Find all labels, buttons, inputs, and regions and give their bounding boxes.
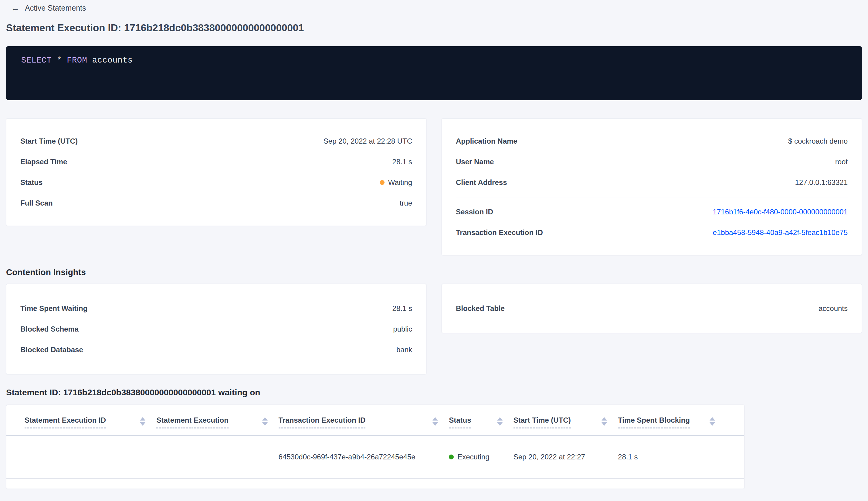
status-label: Status bbox=[20, 178, 43, 187]
transaction-execution-id-row: Transaction Execution ID e1bba458-5948-4… bbox=[456, 222, 848, 243]
elapsed-time-value: 28.1 s bbox=[392, 158, 412, 166]
application-name-label: Application Name bbox=[456, 137, 518, 146]
sort-down-icon bbox=[497, 422, 502, 426]
table-row: 64530d0c-969f-437e-a9b4-26a72245e45e Exe… bbox=[7, 436, 744, 478]
statement-execution-details-page: ← Active Statements Statement Execution … bbox=[0, 0, 868, 489]
elapsed-time-label: Elapsed Time bbox=[20, 158, 67, 166]
blocked-table-card: Blocked Table accounts bbox=[442, 284, 862, 333]
start-time-value: Sep 20, 2022 at 22:28 UTC bbox=[324, 137, 412, 146]
cell-start-time: Sep 20, 2022 at 22:27 bbox=[513, 453, 618, 461]
full-scan-row: Full Scan true bbox=[20, 193, 412, 213]
execution-overview-card: Start Time (UTC) Sep 20, 2022 at 22:28 U… bbox=[6, 118, 426, 226]
sql-keyword-select: SELECT bbox=[21, 56, 52, 65]
sort-up-icon bbox=[709, 417, 715, 420]
time-spent-waiting-value: 28.1 s bbox=[392, 304, 412, 313]
table-row-divider bbox=[7, 478, 744, 479]
sort-icon bbox=[497, 417, 502, 426]
sort-down-icon bbox=[709, 422, 715, 426]
client-address-value: 127.0.0.1:63321 bbox=[795, 178, 848, 187]
transaction-execution-id-link[interactable]: e1bba458-5948-40a9-a42f-5feac1b10e75 bbox=[713, 228, 848, 237]
status-value: Waiting bbox=[380, 178, 412, 187]
blocked-table-value: accounts bbox=[818, 304, 848, 313]
sort-icon bbox=[709, 417, 715, 426]
blocked-schema-row: Blocked Schema public bbox=[20, 319, 412, 340]
blocked-schema-value: public bbox=[393, 325, 412, 333]
sql-table-name: accounts bbox=[92, 56, 133, 65]
blocked-database-value: bank bbox=[397, 345, 412, 354]
sort-icon bbox=[433, 417, 438, 426]
status-waiting-dot-icon bbox=[380, 180, 384, 185]
table-header-row: Statement Execution ID Statement Executi… bbox=[7, 405, 744, 428]
user-name-label: User Name bbox=[456, 158, 494, 166]
transaction-execution-id-label: Transaction Execution ID bbox=[456, 228, 543, 237]
page-title: Statement Execution ID: 1716b218dc0b3838… bbox=[6, 22, 862, 34]
contention-cards-row: Time Spent Waiting 28.1 s Blocked Schema… bbox=[6, 284, 862, 374]
back-to-active-statements-link[interactable]: ← Active Statements bbox=[11, 4, 86, 12]
user-name-value: root bbox=[835, 158, 848, 166]
status-row: Status Waiting bbox=[20, 172, 412, 193]
contention-details-card: Time Spent Waiting 28.1 s Blocked Schema… bbox=[6, 284, 426, 374]
card-divider bbox=[456, 197, 848, 198]
sort-icon bbox=[601, 417, 607, 426]
cell-time-spent-blocking: 28.1 s bbox=[618, 453, 726, 461]
elapsed-time-row: Elapsed Time 28.1 s bbox=[20, 151, 412, 172]
client-address-row: Client Address 127.0.0.1:63321 bbox=[456, 172, 848, 193]
time-spent-waiting-label: Time Spent Waiting bbox=[20, 304, 87, 313]
sort-icon bbox=[140, 417, 145, 426]
sql-statement-box: SELECT * FROM accounts bbox=[6, 46, 862, 100]
waiting-on-heading: Statement ID: 1716b218dc0b38380000000000… bbox=[6, 388, 862, 397]
application-name-row: Application Name $ cockroach demo bbox=[456, 131, 848, 151]
sort-icon bbox=[262, 417, 268, 426]
sort-up-icon bbox=[433, 417, 438, 420]
user-name-row: User Name root bbox=[456, 151, 848, 172]
sort-up-icon bbox=[497, 417, 502, 420]
start-time-label: Start Time (UTC) bbox=[20, 137, 78, 146]
sort-down-icon bbox=[601, 422, 607, 426]
sort-up-icon bbox=[262, 417, 268, 420]
summary-cards-row: Start Time (UTC) Sep 20, 2022 at 22:28 U… bbox=[6, 118, 862, 255]
blocked-table-label: Blocked Table bbox=[456, 304, 505, 313]
session-info-card: Application Name $ cockroach demo User N… bbox=[442, 118, 862, 255]
cell-status: Executing bbox=[449, 453, 513, 461]
start-time-row: Start Time (UTC) Sep 20, 2022 at 22:28 U… bbox=[20, 131, 412, 151]
back-arrow-icon: ← bbox=[11, 4, 19, 12]
sort-down-icon bbox=[433, 422, 438, 426]
client-address-label: Client Address bbox=[456, 178, 507, 187]
column-header-statement-execution-id[interactable]: Statement Execution ID bbox=[24, 416, 156, 428]
session-id-link[interactable]: 1716b1f6-4e0c-f480-0000-000000000001 bbox=[713, 208, 848, 216]
status-executing-dot-icon bbox=[449, 455, 454, 459]
blocked-schema-label: Blocked Schema bbox=[20, 325, 79, 333]
full-scan-value: true bbox=[400, 199, 412, 207]
column-header-start-time[interactable]: Start Time (UTC) bbox=[513, 416, 618, 428]
column-header-time-spent-blocking[interactable]: Time Spent Blocking bbox=[618, 416, 726, 428]
column-header-status[interactable]: Status bbox=[449, 416, 513, 428]
blocked-database-row: Blocked Database bank bbox=[20, 340, 412, 360]
session-id-label: Session ID bbox=[456, 208, 493, 216]
status-text: Waiting bbox=[388, 178, 412, 187]
contention-insights-heading: Contention Insights bbox=[6, 267, 862, 277]
sql-keyword-from: FROM bbox=[67, 56, 87, 65]
sort-down-icon bbox=[140, 422, 145, 426]
sort-up-icon bbox=[601, 417, 607, 420]
waiting-statements-table: Statement Execution ID Statement Executi… bbox=[6, 405, 745, 489]
sql-star: * bbox=[57, 56, 62, 65]
session-id-row: Session ID 1716b1f6-4e0c-f480-0000-00000… bbox=[456, 202, 848, 222]
sort-down-icon bbox=[262, 422, 268, 426]
status-executing-text: Executing bbox=[457, 453, 489, 461]
blocked-database-label: Blocked Database bbox=[20, 345, 83, 354]
time-spent-waiting-row: Time Spent Waiting 28.1 s bbox=[20, 298, 412, 319]
back-link-label: Active Statements bbox=[25, 4, 86, 12]
waiting-table-wrap: Statement Execution ID Statement Executi… bbox=[6, 405, 862, 489]
full-scan-label: Full Scan bbox=[20, 199, 53, 207]
application-name-value: $ cockroach demo bbox=[788, 137, 848, 146]
column-header-statement-execution[interactable]: Statement Execution bbox=[156, 416, 278, 428]
cell-transaction-execution-id: 64530d0c-969f-437e-a9b4-26a72245e45e bbox=[279, 453, 449, 461]
blocked-table-row: Blocked Table accounts bbox=[456, 298, 848, 319]
column-header-transaction-execution-id[interactable]: Transaction Execution ID bbox=[279, 416, 449, 428]
sort-up-icon bbox=[140, 417, 145, 420]
